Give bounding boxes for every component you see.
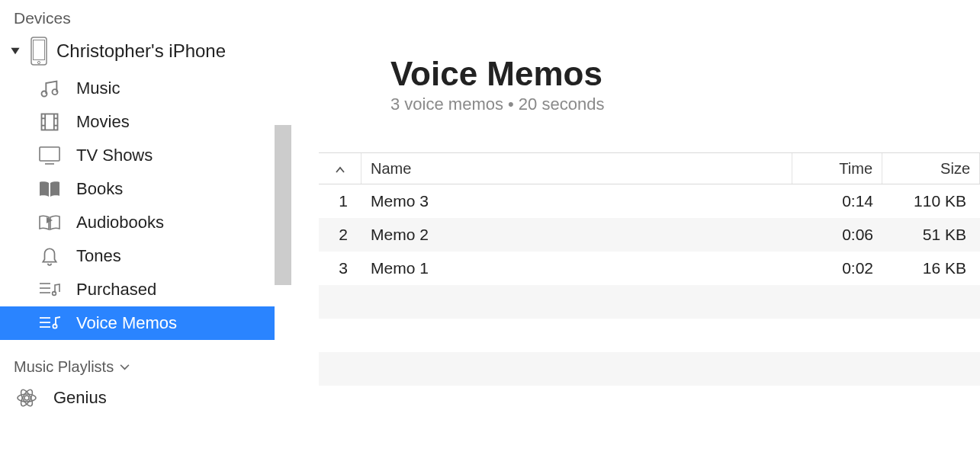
row-time: 0:02 bbox=[792, 259, 882, 277]
svg-point-23 bbox=[24, 396, 29, 400]
svg-rect-13 bbox=[40, 147, 59, 161]
table-row[interactable]: 3Memo 10:0216 KB bbox=[319, 252, 980, 285]
sidebar-scrollbar[interactable] bbox=[275, 0, 291, 452]
main-content: Voice Memos 3 voice memos • 20 seconds N… bbox=[291, 0, 980, 452]
svg-point-3 bbox=[37, 61, 40, 63]
sidebar-item-books[interactable]: Books bbox=[0, 172, 275, 206]
table-row[interactable]: 1Memo 30:14110 KB bbox=[319, 184, 980, 218]
disclosure-triangle-icon bbox=[9, 46, 21, 56]
sidebar-item-label: Voice Memos bbox=[76, 313, 177, 333]
sidebar-item-tvshows[interactable]: TV Shows bbox=[0, 139, 275, 172]
chevron-down-icon bbox=[120, 361, 130, 374]
section-header-devices: Devices bbox=[0, 0, 275, 34]
row-name: Memo 2 bbox=[361, 226, 792, 244]
title-block: Voice Memos 3 voice memos • 20 seconds bbox=[291, 55, 980, 152]
svg-point-22 bbox=[53, 324, 56, 328]
purchased-icon bbox=[37, 278, 63, 301]
row-name: Memo 3 bbox=[361, 192, 792, 210]
sidebar-item-label: TV Shows bbox=[76, 146, 153, 165]
table: Name Time Size 1Memo 30:14110 KB2Memo 20… bbox=[291, 152, 980, 419]
sidebar-item-label: Audiobooks bbox=[76, 213, 164, 232]
row-size: 110 KB bbox=[882, 192, 980, 210]
sidebar-nav: Music Movies TV Shows Books Audiobooks bbox=[0, 72, 275, 340]
sidebar-item-tones[interactable]: Tones bbox=[0, 239, 275, 273]
device-row[interactable]: Christopher's iPhone bbox=[0, 34, 275, 72]
row-size: 16 KB bbox=[882, 259, 980, 277]
row-time: 0:06 bbox=[792, 226, 882, 244]
table-header: Name Time Size bbox=[319, 152, 980, 184]
bell-icon bbox=[37, 245, 63, 268]
column-header-name[interactable]: Name bbox=[361, 153, 792, 184]
column-header-time[interactable]: Time bbox=[792, 153, 882, 184]
sidebar-item-label: Purchased bbox=[76, 280, 156, 300]
sidebar-item-purchased[interactable]: Purchased bbox=[0, 273, 275, 306]
genius-label: Genius bbox=[53, 388, 107, 408]
row-name: Memo 1 bbox=[361, 259, 792, 277]
row-number: 1 bbox=[319, 192, 361, 210]
table-body: 1Memo 30:14110 KB2Memo 20:0651 KB3Memo 1… bbox=[319, 184, 980, 285]
sidebar-item-movies[interactable]: Movies bbox=[0, 105, 275, 139]
page-subtitle: 3 voice memos • 20 seconds bbox=[390, 95, 980, 114]
svg-rect-6 bbox=[42, 114, 58, 130]
sidebar-item-genius[interactable]: Genius bbox=[0, 382, 275, 414]
row-number: 3 bbox=[319, 259, 361, 277]
sidebar-item-label: Music bbox=[76, 79, 120, 98]
sidebar-item-audiobooks[interactable]: Audiobooks bbox=[0, 206, 275, 239]
column-header-size[interactable]: Size bbox=[882, 153, 980, 184]
sidebar-item-label: Movies bbox=[76, 112, 130, 132]
section-header-playlists[interactable]: Music Playlists bbox=[0, 340, 275, 382]
svg-point-18 bbox=[53, 292, 56, 296]
sidebar-item-voicememos[interactable]: Voice Memos bbox=[0, 306, 275, 340]
genius-icon bbox=[14, 386, 40, 409]
sidebar: Devices Christopher's iPhone Music Movie… bbox=[0, 0, 275, 452]
row-number: 2 bbox=[319, 226, 361, 244]
row-size: 51 KB bbox=[882, 226, 980, 244]
voicememo-icon bbox=[37, 312, 63, 335]
sidebar-item-label: Books bbox=[76, 179, 123, 199]
table-row[interactable]: 2Memo 20:0651 KB bbox=[319, 218, 980, 252]
page-title: Voice Memos bbox=[390, 55, 980, 93]
audiobook-icon bbox=[37, 211, 63, 234]
empty-stripes bbox=[319, 285, 980, 419]
svg-marker-0 bbox=[11, 48, 19, 54]
svg-rect-2 bbox=[34, 40, 45, 60]
book-icon bbox=[37, 178, 63, 200]
music-icon bbox=[37, 77, 63, 100]
film-icon bbox=[37, 111, 63, 133]
sort-indicator-column[interactable] bbox=[319, 153, 361, 184]
chevron-up-icon bbox=[335, 160, 345, 178]
sidebar-item-label: Tones bbox=[76, 246, 121, 266]
sidebar-item-music[interactable]: Music bbox=[0, 72, 275, 105]
iphone-icon bbox=[31, 37, 47, 66]
device-name: Christopher's iPhone bbox=[56, 40, 226, 62]
playlists-label: Music Playlists bbox=[14, 358, 114, 376]
row-time: 0:14 bbox=[792, 192, 882, 210]
tv-icon bbox=[37, 144, 63, 167]
scrollbar-thumb[interactable] bbox=[275, 125, 291, 285]
